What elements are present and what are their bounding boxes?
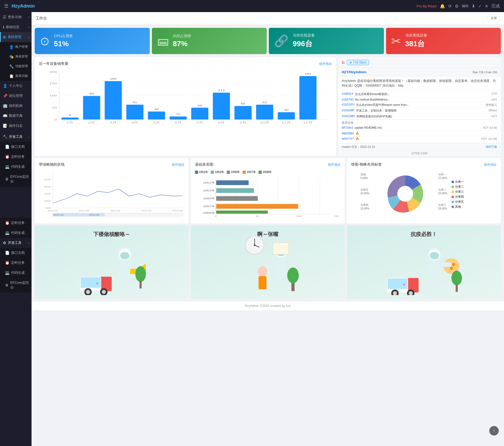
cpu-label: CPU占用率 (54, 34, 73, 39)
org-mgmt-label: 组织机构 (9, 103, 23, 108)
stat-card-memory: 🖴 内存占用率 87% (152, 28, 267, 54)
svg-text:8: 8 (69, 114, 71, 117)
sidebar-item-org-mgmt[interactable]: 🏢 组织机构 (0, 101, 32, 111)
svg-rect-87 (216, 204, 298, 209)
scheduled-task-2-icon: ⏰ (5, 221, 9, 225)
sidebar-item-basic-info[interactable]: ℹ 基础信息 ▾ (0, 22, 32, 32)
stat-card-offline: ✂ 当前离线设备 381台 (386, 28, 501, 54)
issue-num: #15ZGFU (342, 103, 354, 107)
svg-rect-27 (234, 106, 251, 120)
offline-info: 当前离线设备 381台 (405, 33, 427, 49)
pie-chart-header: 饼图-蜘蛛布局标签 组件地址 (351, 162, 497, 167)
op-log-label: 操作日志 (9, 123, 23, 128)
svg-text:98: 98 (89, 92, 94, 95)
svg-text:1500: 1500 (44, 193, 51, 195)
svg-text:0: 0 (215, 215, 217, 217)
sidebar-item-code-gen[interactable]: 💻 代码生成 (0, 162, 32, 172)
scheduled-task-2-label: 定时任务 (11, 221, 25, 225)
github-card: G ★ 718 Stars HZY/HzyAdmin Star 718 | Fo… (338, 57, 501, 156)
pro-react-label: Pro By React (416, 4, 437, 8)
svg-text:3月: 3月 (110, 121, 117, 124)
svg-rect-25 (213, 93, 230, 119)
code-gen-icon: 💻 (5, 165, 9, 169)
legend-label-4: 分类四 (455, 195, 464, 199)
basic-info-label: 基础信息 (6, 25, 19, 29)
svg-rect-138 (456, 284, 458, 292)
download-link[interactable]: 源码下载 (486, 145, 497, 149)
svg-text:150: 150 (334, 215, 339, 217)
pie-labels-left: 其他5.00% 分类五10.00% 分类四15.00% (361, 173, 369, 211)
svg-text:2010-10: 2010-10 (48, 210, 58, 212)
fullscreen-button[interactable]: 全屏 (488, 15, 500, 22)
sidebar-item-func-mgmt[interactable]: 🔧 功能管理 (4, 61, 32, 71)
issue-num: #15GH8P (342, 109, 354, 113)
sidebar-item-system-mgmt[interactable]: ⊞ 系统管理 ▴ (0, 32, 32, 42)
cpu-info: CPU占用率 51% (54, 34, 73, 48)
svg-rect-129 (428, 263, 441, 284)
sidebar-item-api-docs-2[interactable]: 📄 接口文档 (0, 248, 32, 258)
sidebar-item-code-gen-3[interactable]: 💻 代码生成 (0, 268, 32, 278)
svg-point-115 (258, 266, 267, 277)
sidebar-item-op-log[interactable]: 📝 操作日志 (0, 121, 32, 131)
code-gen-2-icon: 💻 (5, 231, 9, 235)
memory-label: 内存占用率 (173, 34, 191, 39)
sidebar-item-data-dict[interactable]: 📖 数据字典 (0, 111, 32, 121)
breadcrumb-bar: 工作台 全屏 (32, 12, 504, 25)
main-chart-area: 近一年设备销售量 组件地址 0 50 100 150 200 (35, 57, 501, 156)
svg-text:4月: 4月 (131, 121, 138, 124)
notification-icon[interactable]: 🔔 (440, 4, 445, 9)
commit-title: update README.md. (353, 126, 483, 130)
hamburger-icon[interactable]: ☰ (4, 3, 8, 9)
sidebar-item-efcore-monitor[interactable]: 🖥 EFCore监控台 (0, 172, 32, 186)
sidebar-item-code-gen-2[interactable]: 💻 代码生成 (0, 228, 32, 238)
sidebar-item-dev-tools[interactable]: 🔨 开发工具 ▴ (0, 132, 32, 142)
pie-label-2: 分类二25.00% (438, 188, 447, 195)
sidebar-item-scheduled-task-3[interactable]: ⏰ 定时任务 (0, 258, 32, 268)
svg-text:2010-10: 2010-10 (53, 214, 64, 216)
hbar-legend: 1951年 1952年 1956年 1957年 1958年 (195, 170, 341, 174)
svg-text:150: 150 (49, 82, 57, 85)
svg-text:62: 62 (263, 101, 267, 104)
issue-item: #15GH8P 开发工具，定制任务：新增报错 Wilson (342, 108, 497, 114)
sidebar-item-scheduled-task-2[interactable]: ⏰ 定时任务 (0, 218, 32, 228)
hbar-chart-link[interactable]: 组件地址 (328, 162, 341, 167)
sidebar-item-role-mgmt[interactable]: 🎭 角色管理 (4, 52, 32, 61)
line-chart-link[interactable]: 组件地址 (172, 162, 184, 167)
legend-label-2: 分类二 (455, 185, 464, 189)
refresh-icon[interactable]: ⟳ (448, 4, 452, 9)
sidebar-item-position-mgmt[interactable]: 📌 岗位管理 (0, 91, 32, 101)
data-dict-icon: 📖 (3, 114, 7, 118)
svg-point-118 (287, 267, 299, 283)
legend-1951: 1951年 (195, 170, 208, 174)
svg-text:1952年: 1952年 (203, 189, 215, 192)
pie-legend: 分类一 分类二 分类三 分类四 (451, 180, 464, 209)
sidebar-item-user-mgmt[interactable]: 👤 账户管理 (4, 42, 32, 52)
svg-rect-29 (256, 105, 273, 119)
pie-chart-link[interactable]: 组件地址 (484, 162, 497, 167)
back-to-top-button[interactable]: ↑ (489, 426, 499, 435)
done-label[interactable]: 完成 (491, 3, 500, 9)
sidebar-item-api-docs[interactable]: 📄 接口文档 (0, 142, 32, 152)
sidebar-item-personal-center[interactable]: 👤 个人中心 (0, 81, 32, 91)
edit-button[interactable]: 编辑 (462, 4, 469, 8)
illustration-text-3: 抗疫必胜！ (411, 231, 437, 238)
github-stars-badge: ★ 718 Stars (347, 60, 369, 65)
legend-1958: 1958年 (259, 170, 272, 174)
settings-icon[interactable]: ⚙ (455, 4, 459, 9)
sidebar-item-menu-func[interactable]: 📋 菜单功能 (4, 71, 32, 81)
bar-chart-link[interactable]: 组件地址 (319, 62, 332, 66)
download-icon[interactable]: ⬇ (472, 4, 475, 9)
chevron-down-icon-2: ▾ (28, 26, 29, 29)
sidebar-item-efcore-monitor-2[interactable]: 🖥 EFCore监控台 (0, 278, 32, 292)
sidebar-item-dev-tools-2[interactable]: ⚙ 开发工具 ▴ (0, 238, 32, 248)
check-icon[interactable]: ✓ (478, 4, 482, 9)
sidebar-item-more-examples[interactable]: ☰ 更多示例 ▾ (0, 12, 32, 22)
sidebar-item-scheduled-task[interactable]: ⏰ 定时任务 (0, 152, 32, 162)
bar-chart-svg: 0 50 100 150 200 8 98 160 61 34 (39, 69, 332, 127)
legend-dot-other (451, 206, 454, 208)
close-icon[interactable]: ✕ (485, 4, 488, 9)
stat-card-cpu: ⊙ CPU占用率 51% (35, 28, 150, 54)
back-to-top-icon: ↑ (493, 428, 495, 433)
role-mgmt-icon: 🎭 (9, 55, 14, 59)
illustration-text-1: 下楼做核酸咯～ (93, 231, 130, 238)
